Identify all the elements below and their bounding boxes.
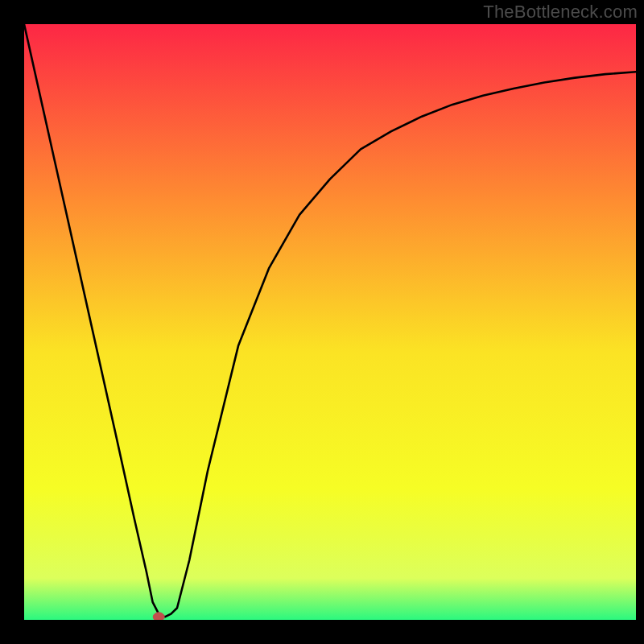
optimal-point-marker: [153, 613, 164, 620]
chart-frame: TheBottleneck.com: [0, 0, 644, 644]
watermark-text: TheBottleneck.com: [483, 2, 638, 23]
gradient-background: [24, 24, 636, 620]
plot-area: [24, 24, 636, 620]
chart-svg: [24, 24, 636, 620]
